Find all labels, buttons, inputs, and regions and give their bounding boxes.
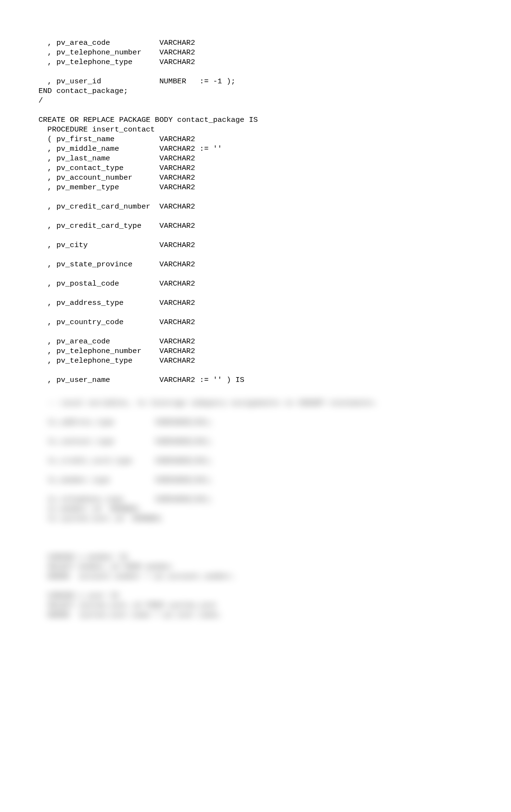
code-line: ( pv_first_name VARCHAR2 (38, 135, 482, 144)
code-line (38, 193, 482, 202)
code-line: , pv_city VARCHAR2 (38, 241, 482, 250)
code-line: CREATE OR REPLACE PACKAGE BODY contact_p… (38, 116, 482, 125)
code-line: , pv_telephone_number VARCHAR2 (38, 48, 482, 58)
blurred-line (38, 447, 482, 457)
code-line (38, 308, 482, 318)
blurred-line: CURSOR c_user IS (38, 591, 482, 601)
code-line: , pv_area_code VARCHAR2 (38, 39, 482, 48)
code-line (38, 385, 482, 395)
blurred-line: WHERE account_number = pv_account_number… (38, 572, 482, 582)
code-line: , pv_telephone_number VARCHAR2 (38, 347, 482, 356)
code-line: , pv_account_number VARCHAR2 (38, 173, 482, 183)
code-block: , pv_area_code VARCHAR2 , pv_telephone_n… (38, 39, 482, 395)
code-line: , pv_middle_name VARCHAR2 := '' (38, 144, 482, 154)
code-line (38, 231, 482, 241)
blurred-code-section: -- Local variables, to leverage subquery… (38, 399, 482, 620)
code-line (38, 289, 482, 299)
code-line: , pv_user_name VARCHAR2 := '' ) IS (38, 376, 482, 385)
code-line: , pv_credit_card_number VARCHAR2 (38, 202, 482, 212)
code-line: , pv_telephone_type VARCHAR2 (38, 58, 482, 67)
blurred-line: SELECT system_user_id FROM system_user (38, 601, 482, 611)
code-line: , pv_credit_card_type VARCHAR2 (38, 222, 482, 231)
blurred-line (38, 534, 482, 543)
blurred-line: -- Local variables, to leverage subquery… (38, 399, 482, 408)
blurred-line: CURSOR c_member IS (38, 553, 482, 563)
code-line: , pv_country_code VARCHAR2 (38, 318, 482, 327)
blurred-line: SELECT member_id FROM member (38, 563, 482, 572)
blurred-line (38, 428, 482, 437)
blurred-line: lv_credit_card_type VARCHAR2(30); (38, 457, 482, 466)
code-line: / (38, 96, 482, 106)
code-line: , pv_user_id NUMBER := -1 ); (38, 77, 482, 87)
code-line (38, 366, 482, 376)
code-line: , pv_contact_type VARCHAR2 (38, 164, 482, 173)
code-line (38, 212, 482, 222)
code-line: , pv_address_type VARCHAR2 (38, 299, 482, 308)
document-page: , pv_area_code VARCHAR2 , pv_telephone_n… (0, 0, 511, 640)
blurred-line: lv_member_type VARCHAR2(30); (38, 476, 482, 485)
blurred-line: lv_address_type VARCHAR2(30); (38, 418, 482, 428)
code-line (38, 67, 482, 77)
blurred-line: WHERE system_user_name = pv_user_name; (38, 611, 482, 620)
blurred-line (38, 524, 482, 534)
blurred-line (38, 582, 482, 591)
code-line (38, 106, 482, 116)
code-line: , pv_postal_code VARCHAR2 (38, 279, 482, 289)
blurred-line (38, 543, 482, 553)
code-line: , pv_member_type VARCHAR2 (38, 183, 482, 193)
blurred-line (38, 408, 482, 418)
code-line: , pv_last_name VARCHAR2 (38, 154, 482, 164)
blurred-line: lv_system_user_id NUMBER; (38, 514, 482, 524)
code-line (38, 250, 482, 260)
blurred-line: lv_member_id NUMBER; (38, 505, 482, 514)
code-line (38, 327, 482, 337)
code-line: END contact_package; (38, 87, 482, 96)
blurred-line (38, 485, 482, 495)
code-line: PROCEDURE insert_contact (38, 125, 482, 135)
code-line: , pv_state_province VARCHAR2 (38, 260, 482, 270)
code-line (38, 270, 482, 279)
blurred-line (38, 466, 482, 476)
blurred-line: lv_contact_type VARCHAR2(30); (38, 437, 482, 447)
blurred-line: lv_telephone_type VARCHAR2(30); (38, 495, 482, 505)
code-line: , pv_area_code VARCHAR2 (38, 337, 482, 347)
code-line: , pv_telephone_type VARCHAR2 (38, 356, 482, 366)
